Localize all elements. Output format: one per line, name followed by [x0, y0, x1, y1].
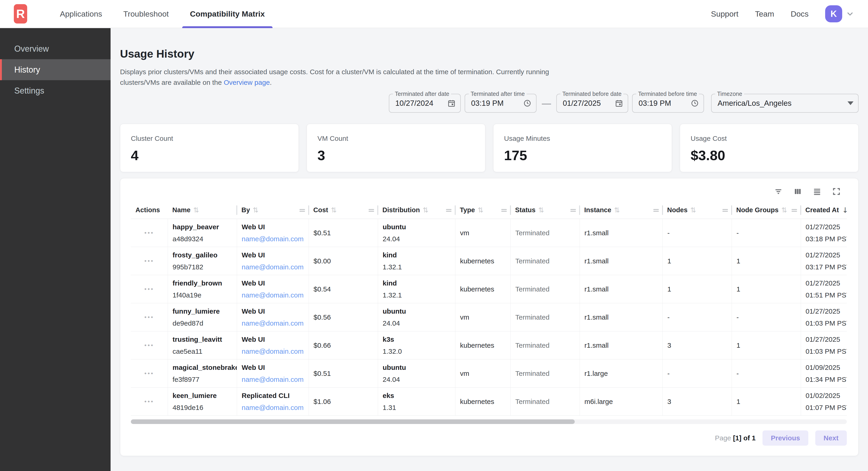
distribution-name: kind	[383, 251, 451, 260]
filter-icon[interactable]	[774, 187, 783, 196]
email-link[interactable]: name@domain.com	[242, 319, 304, 328]
sort-icon[interactable]: ⇅	[193, 206, 199, 214]
cluster-id: 995b7182	[173, 263, 232, 271]
fullscreen-icon[interactable]	[832, 187, 841, 196]
nav-link-team[interactable]: Team	[755, 9, 774, 19]
sidebar-item-settings[interactable]: Settings	[0, 80, 111, 101]
column-menu-icon[interactable]	[789, 207, 798, 213]
column-header-type[interactable]: Type⇅	[455, 201, 510, 219]
sidebar-item-overview[interactable]: Overview	[0, 38, 111, 59]
row-actions-menu-icon[interactable]: •••	[145, 342, 154, 349]
email-link[interactable]: name@domain.com	[242, 263, 304, 271]
sort-icon[interactable]: ⇅	[423, 206, 429, 214]
column-header-status[interactable]: Status⇅	[510, 201, 580, 219]
email-link[interactable]: name@domain.com	[242, 375, 304, 384]
column-header-by[interactable]: By⇅	[237, 201, 309, 219]
cost-value: $0.56	[313, 314, 373, 321]
scrollbar-thumb[interactable]	[131, 419, 575, 424]
user-menu[interactable]: K	[825, 5, 854, 22]
timezone-select[interactable]: Timezone America/Los_Angeles	[711, 94, 859, 113]
cell-nodes: -	[662, 219, 732, 247]
nav-link-support[interactable]: Support	[711, 9, 738, 19]
column-header-instance[interactable]: Instance⇅	[580, 201, 662, 219]
terminated-after-time-field[interactable]: Terminated after time 03:19 PM	[465, 94, 536, 113]
column-header-node-groups[interactable]: Node Groups⇅	[732, 201, 801, 219]
stat-card-usage-minutes: Usage Minutes 175	[493, 124, 672, 172]
overview-page-link[interactable]: Overview page	[224, 79, 270, 86]
previous-button[interactable]: Previous	[763, 431, 808, 446]
column-menu-icon[interactable]	[366, 207, 375, 213]
cluster-name: keen_lumiere	[173, 391, 232, 400]
column-header-distribution[interactable]: Distribution⇅	[378, 201, 455, 219]
column-header-nodes[interactable]: Nodes⇅	[662, 201, 732, 219]
density-icon[interactable]	[813, 187, 822, 196]
table-row: •••trusting_leavittcae5ea11Web UIname@do…	[131, 331, 847, 359]
cell-name: friendly_brown1f40a19e	[168, 275, 237, 303]
column-label: Instance	[584, 206, 611, 214]
field-value: America/Los_Angeles	[718, 99, 792, 108]
column-menu-icon[interactable]	[720, 207, 728, 213]
email-link[interactable]: name@domain.com	[242, 291, 304, 300]
next-button[interactable]: Next	[815, 431, 847, 446]
created-time: 03:17 PM PST	[806, 263, 847, 271]
row-actions-menu-icon[interactable]: •••	[145, 398, 154, 405]
nodes-value: 3	[668, 342, 727, 349]
sort-desc-icon[interactable]: ↓	[842, 206, 847, 214]
nodes-value: -	[668, 314, 727, 321]
avatar[interactable]: K	[825, 5, 842, 22]
distribution-version: 24.04	[383, 375, 451, 384]
row-actions-menu-icon[interactable]: •••	[145, 257, 154, 265]
sort-icon[interactable]: ⇅	[781, 206, 787, 214]
row-actions-menu-icon[interactable]: •••	[145, 370, 154, 377]
node-groups-value: -	[737, 229, 796, 237]
created-by-source: Web UI	[242, 279, 304, 288]
column-menu-icon[interactable]	[651, 207, 659, 213]
nav-item-compatibility-matrix[interactable]: Compatibility Matrix	[180, 0, 276, 28]
terminated-after-date-field[interactable]: Terminated after date 10/27/2024	[389, 94, 461, 113]
sort-icon[interactable]: ⇅	[538, 206, 544, 214]
column-label: Name	[172, 206, 190, 214]
stat-value: 175	[504, 147, 661, 164]
column-menu-icon[interactable]	[297, 207, 306, 213]
terminated-before-time-field[interactable]: Terminated before time 03:19 PM	[632, 94, 704, 113]
sort-icon[interactable]: ⇅	[253, 206, 258, 214]
stat-value: $3.80	[691, 147, 848, 164]
cell-name: happy_beavera48d9324	[168, 219, 237, 247]
sidebar-item-history[interactable]: History	[0, 59, 111, 80]
instance-value: m6i.large	[584, 398, 658, 406]
column-menu-icon[interactable]	[443, 207, 452, 213]
nav-link-docs[interactable]: Docs	[791, 9, 809, 19]
nav-item-applications[interactable]: Applications	[49, 0, 113, 28]
created-by-source: Web UI	[242, 363, 304, 372]
sort-icon[interactable]: ⇅	[690, 206, 696, 214]
email-link[interactable]: name@domain.com	[242, 347, 304, 356]
sort-icon[interactable]: ⇅	[478, 206, 484, 214]
column-header-cost[interactable]: Cost⇅	[309, 201, 378, 219]
row-actions-menu-icon[interactable]: •••	[145, 314, 154, 321]
sort-icon[interactable]: ⇅	[614, 206, 620, 214]
cell-nodes: 1	[662, 275, 732, 303]
row-actions-menu-icon[interactable]: •••	[145, 229, 154, 236]
email-link[interactable]: name@domain.com	[242, 235, 304, 243]
sidebar: Overview History Settings	[0, 28, 111, 471]
chevron-down-icon[interactable]	[846, 10, 854, 18]
terminated-before-date-field[interactable]: Terminated before date 01/27/2025	[556, 94, 628, 113]
replicated-logo[interactable]: R	[14, 4, 27, 24]
column-menu-icon[interactable]	[568, 207, 576, 213]
cluster-id: de9ed87d	[173, 319, 232, 328]
column-header-name[interactable]: Name⇅	[168, 201, 237, 219]
column-menu-icon[interactable]	[498, 207, 507, 213]
columns-icon[interactable]	[793, 187, 802, 196]
column-header-created-at[interactable]: Created At↓	[801, 201, 847, 219]
cell-cost: $0.54	[309, 275, 378, 303]
created-date: 01/27/2025	[806, 335, 847, 344]
sort-icon[interactable]: ⇅	[331, 206, 337, 214]
cell-node-groups: 1	[732, 247, 801, 275]
created-time: 01:03 PM PST	[806, 347, 847, 356]
cell-distribution: ubuntu24.04	[378, 303, 455, 331]
nav-item-troubleshoot[interactable]: Troubleshoot	[113, 0, 179, 28]
email-link[interactable]: name@domain.com	[242, 403, 304, 412]
cell-type: vm	[455, 359, 510, 387]
date-range-separator: —	[540, 98, 552, 109]
row-actions-menu-icon[interactable]: •••	[145, 286, 154, 293]
